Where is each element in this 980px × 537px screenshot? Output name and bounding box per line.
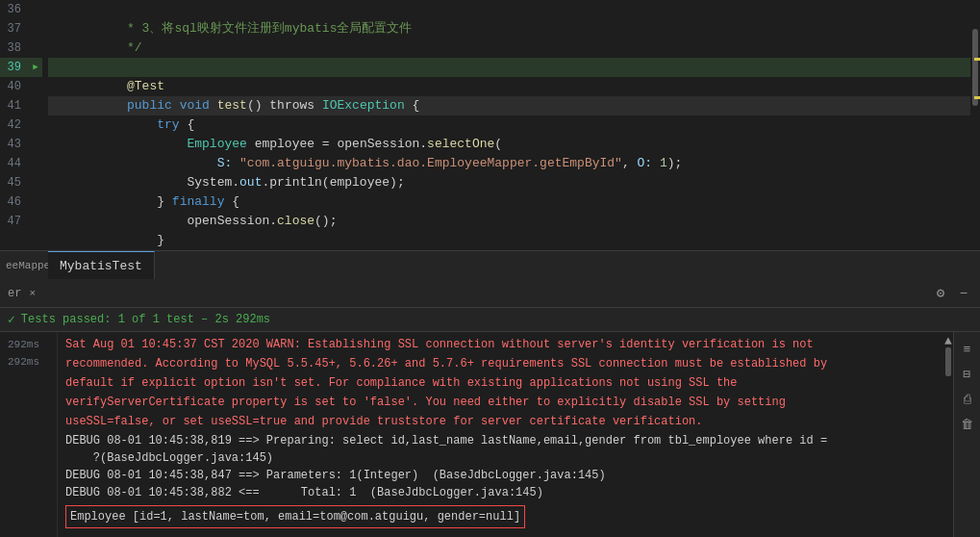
code-token: );	[667, 156, 683, 170]
line-num-36: 36	[2, 0, 29, 19]
code-token-finally: finally	[172, 194, 225, 209]
console-debug-line-1: DEBUG 08-01 10:45:38,819 ==> Preparing: …	[65, 432, 936, 449]
console-time-2: 292ms	[8, 353, 53, 371]
line-num-43: 43	[2, 135, 29, 154]
gutter-icon-46	[29, 195, 42, 209]
code-token: .println(employee);	[262, 175, 404, 190]
console-scroll-thumb[interactable]	[945, 347, 951, 376]
gutter-line-46: 46	[0, 192, 42, 212]
code-token-try: try	[157, 117, 179, 132]
console-debug-line-2: DEBUG 08-01 10:45:38,847 ==> Parameters:…	[65, 467, 936, 484]
line-num-42: 42	[2, 115, 29, 135]
console-icon-2[interactable]: ⊟	[958, 365, 977, 384]
gutter-line-39: 39 ▶	[0, 58, 42, 77]
line-num-40: 40	[2, 77, 29, 96]
line-num-46: 46	[2, 192, 29, 212]
gear-icon[interactable]: ⚙	[932, 285, 949, 302]
scroll-up-icon[interactable]: ▲	[945, 336, 951, 345]
gutter-icon-40	[29, 80, 42, 93]
line-num-38: 38	[2, 38, 29, 58]
gutter-line-47: 47	[0, 212, 42, 231]
console-icon-4[interactable]: 🗑	[958, 415, 977, 434]
gutter-line-38: 38	[0, 38, 42, 58]
scroll-marker-warning	[974, 58, 980, 61]
code-line-36: * 3、将sql映射文件注册到mybatis全局配置文件	[48, 0, 970, 19]
code-line-39: @Test	[48, 58, 970, 77]
code-token: () throws	[247, 98, 322, 113]
code-token: openSession.	[97, 214, 277, 228]
code-token: */	[97, 40, 142, 55]
line-num-41: 41	[2, 96, 29, 115]
editor-scrollbar[interactable]	[970, 0, 980, 250]
code-token: }	[97, 194, 172, 209]
gutter-icon-44	[29, 157, 42, 170]
code-token: {	[405, 98, 420, 113]
gutter-icon-37	[29, 22, 42, 36]
code-line-40: public void test() throws IOException {	[48, 77, 970, 96]
console-scrollbar[interactable]: ▲	[943, 332, 953, 537]
console-icon-3[interactable]: ⎙	[958, 390, 977, 409]
line-num-45: 45	[2, 173, 29, 192]
tab-mybatistest-label: MybatisTest	[60, 259, 142, 273]
console-debug-line-1b: ?(BaseJdbcLogger.java:145)	[65, 449, 936, 467]
console-toolbar-right: ⚙ −	[932, 285, 972, 302]
gutter-line-44: 44	[0, 154, 42, 173]
code-token: * 3、将sql映射文件注册到mybatis全局配置文件	[97, 21, 413, 36]
line-num-47: 47	[2, 212, 29, 231]
console-time-1: 292ms	[8, 336, 53, 353]
console-warn-line-2: recommended. According to MySQL 5.5.45+,…	[65, 355, 936, 372]
console-toolbar: er × ⚙ −	[0, 279, 980, 308]
editor-tab-bar: eeMappe MybatisTest	[0, 250, 980, 279]
gutter-line-43: 43	[0, 135, 42, 154]
console-main-output: Sat Aug 01 10:45:37 CST 2020 WARN: Estab…	[58, 332, 943, 537]
console-tab-close[interactable]: ×	[29, 288, 36, 299]
code-token: O:	[638, 156, 660, 170]
gutter-line-45: 45	[0, 173, 42, 192]
line-num-39: 39	[2, 58, 29, 77]
gutter-line-42: 42	[0, 115, 42, 135]
code-token: System.	[97, 175, 239, 190]
gutter-line-40: 40	[0, 77, 42, 96]
console-tab-partial[interactable]: er	[8, 287, 21, 300]
minus-icon[interactable]: −	[955, 285, 972, 302]
line-num-44: 44	[2, 154, 29, 173]
code-content: * 3、将sql映射文件注册到mybatis全局配置文件 */ @Test pu…	[48, 0, 970, 250]
code-token: selectOne	[427, 137, 494, 151]
console-warn-line-1: Sat Aug 01 10:45:37 CST 2020 WARN: Estab…	[65, 336, 936, 353]
code-token	[97, 137, 188, 151]
gutter-icon-47	[29, 215, 42, 228]
console-warn-line-4: verifyServerCertificate property is set …	[65, 394, 936, 411]
gutter-icon-38	[29, 41, 42, 55]
run-icon-39[interactable]: ▶	[29, 61, 42, 74]
gutter-icon-41	[29, 99, 42, 113]
code-token: ();	[314, 214, 337, 228]
console-warn-line-3: default if explicit option isn't set. Fo…	[65, 374, 936, 392]
console-section: er × ⚙ − ✓ Tests passed: 1 of 1 test – 2…	[0, 279, 980, 537]
console-right-toolbar: ≡ ⊟ ⎙ 🗑	[953, 332, 980, 537]
code-token: 1	[660, 156, 667, 170]
code-token: employee = openSession.	[247, 137, 427, 151]
tab-mybatistest[interactable]: MybatisTest	[48, 251, 155, 280]
code-token: close	[277, 214, 314, 228]
code-token: ,	[622, 156, 638, 170]
gutter-icon-42	[29, 118, 42, 132]
code-token: out	[239, 175, 262, 190]
code-token: void	[180, 98, 217, 113]
code-token: public	[97, 98, 180, 113]
code-token: (	[494, 137, 502, 151]
console-debug-line-3: DEBUG 08-01 10:45:38,882 <== Total: 1 (B…	[65, 484, 936, 501]
test-status-bar: ✓ Tests passed: 1 of 1 test – 2s 292ms	[0, 308, 980, 332]
code-token: IOException	[322, 98, 405, 113]
console-content: 292ms 292ms Sat Aug 01 10:45:37 CST 2020…	[0, 332, 980, 537]
gutter-line-41: 41	[0, 96, 42, 115]
console-icon-1[interactable]: ≡	[958, 340, 977, 359]
code-token-annotation: @Test	[97, 79, 164, 93]
gutter-icon-36	[29, 3, 42, 16]
gutter-icon-43	[29, 138, 42, 151]
code-token: }	[97, 233, 164, 247]
console-warn-line-5: useSSL=false, or set useSSL=true and pro…	[65, 413, 936, 430]
scrollbar-thumb[interactable]	[972, 29, 978, 106]
code-line-38	[48, 38, 970, 58]
line-num-37: 37	[2, 19, 29, 38]
code-token: S:	[97, 156, 239, 170]
